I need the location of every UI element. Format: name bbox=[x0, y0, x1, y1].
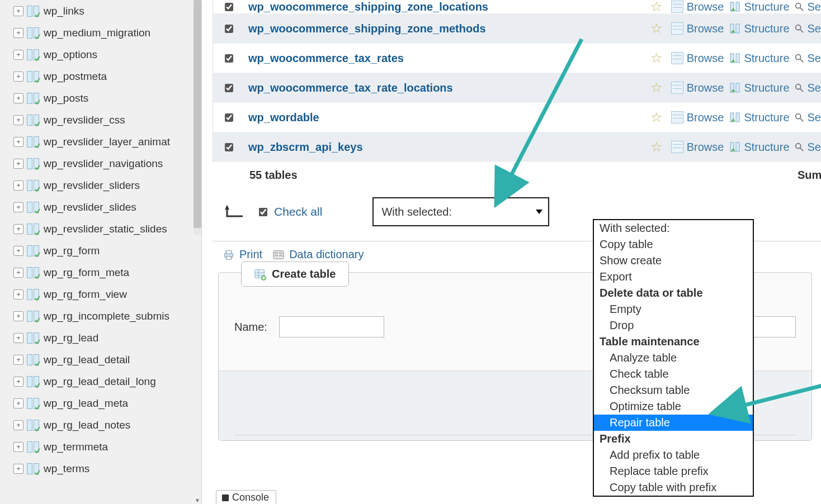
favorite-star-icon[interactable]: ☆ bbox=[648, 80, 666, 96]
tree-item[interactable]: +wp_rg_lead bbox=[13, 327, 201, 349]
search-action[interactable]: Se bbox=[794, 111, 821, 124]
expand-icon[interactable]: + bbox=[13, 420, 23, 430]
print-link[interactable]: Print bbox=[223, 248, 262, 261]
dropdown-option[interactable]: Export bbox=[594, 269, 753, 285]
favorite-star-icon[interactable]: ☆ bbox=[648, 21, 666, 36]
tree-item[interactable]: +wp_termmeta bbox=[13, 436, 201, 458]
favorite-star-icon[interactable]: ☆ bbox=[648, 139, 666, 155]
search-action[interactable]: Se bbox=[794, 52, 821, 65]
with-selected-dropdown[interactable]: With selected: bbox=[372, 197, 549, 226]
tree-item[interactable]: +wp_rg_form bbox=[13, 240, 201, 261]
browse-action[interactable]: Browse bbox=[671, 141, 724, 154]
expand-icon[interactable]: + bbox=[13, 311, 23, 321]
row-checkbox[interactable] bbox=[225, 25, 233, 33]
favorite-star-icon[interactable]: ☆ bbox=[648, 110, 666, 125]
favorite-star-icon[interactable]: ☆ bbox=[648, 50, 666, 66]
structure-action[interactable]: Structure bbox=[729, 1, 789, 13]
tree-item[interactable]: +wp_rg_lead_detail_long bbox=[13, 370, 201, 392]
tree-item[interactable]: +wp_rg_form_view bbox=[13, 283, 201, 305]
expand-icon[interactable]: + bbox=[13, 93, 23, 103]
table-name-link[interactable]: wp_woocommerce_shipping_zone_locations bbox=[248, 1, 488, 13]
structure-action[interactable]: Structure bbox=[729, 111, 789, 124]
expand-icon[interactable]: + bbox=[13, 28, 23, 38]
dropdown-option[interactable]: Show create bbox=[594, 253, 753, 269]
dropdown-option[interactable]: With selected: bbox=[594, 220, 753, 236]
row-checkbox[interactable] bbox=[225, 54, 233, 63]
tree-item[interactable]: +wp_revslider_static_slides bbox=[13, 218, 201, 240]
dropdown-option[interactable]: Copy table with prefix bbox=[594, 479, 753, 496]
browse-action[interactable]: Browse bbox=[671, 82, 724, 94]
expand-icon[interactable]: + bbox=[13, 246, 23, 256]
tree-item[interactable]: +wp_revslider_layer_animat bbox=[13, 131, 201, 153]
browse-action[interactable]: Browse bbox=[671, 22, 724, 35]
tree-item[interactable]: +wp_rg_form_meta bbox=[13, 261, 201, 283]
tree-item[interactable]: +wp_options bbox=[13, 44, 201, 65]
expand-icon[interactable]: + bbox=[13, 268, 23, 278]
dropdown-option[interactable]: Copy table bbox=[594, 236, 753, 253]
tree-item[interactable]: +wp_medium_migration bbox=[13, 22, 201, 44]
browse-action[interactable]: Browse bbox=[671, 111, 724, 124]
with-selected-dropdown-menu[interactable]: With selected:Copy tableShow createExpor… bbox=[593, 219, 754, 497]
expand-icon[interactable]: + bbox=[13, 333, 23, 343]
new-table-name-input[interactable] bbox=[279, 316, 384, 337]
table-name-link[interactable]: wp_woocommerce_shipping_zone_methods bbox=[248, 22, 486, 35]
table-name-link[interactable]: wp_woocommerce_tax_rate_locations bbox=[248, 82, 453, 94]
tree-item[interactable]: +wp_rg_lead_notes bbox=[13, 414, 201, 436]
row-checkbox[interactable] bbox=[225, 3, 233, 11]
expand-icon[interactable]: + bbox=[13, 398, 23, 408]
expand-icon[interactable]: + bbox=[13, 115, 23, 125]
table-name-link[interactable]: wp_zbscrm_api_keys bbox=[248, 141, 363, 154]
dropdown-option[interactable]: Repair table bbox=[594, 415, 753, 431]
dropdown-option[interactable]: Empty bbox=[594, 301, 753, 317]
expand-icon[interactable]: + bbox=[13, 289, 23, 299]
tree-item[interactable]: +wp_terms bbox=[13, 458, 201, 479]
browse-action[interactable]: Browse bbox=[671, 52, 724, 65]
tree-item[interactable]: +wp_revslider_css bbox=[13, 109, 201, 131]
expand-icon[interactable]: + bbox=[13, 224, 23, 234]
check-all[interactable]: Check all bbox=[257, 205, 322, 218]
expand-icon[interactable]: + bbox=[13, 377, 23, 387]
browse-action[interactable]: Browse bbox=[671, 1, 724, 13]
dropdown-option[interactable]: Optimize table bbox=[594, 398, 753, 415]
search-action[interactable]: Se bbox=[794, 141, 821, 154]
tree-item[interactable]: +wp_rg_incomplete_submis bbox=[13, 305, 201, 327]
dropdown-option[interactable]: Drop bbox=[594, 317, 753, 334]
row-checkbox[interactable] bbox=[225, 143, 233, 151]
expand-icon[interactable]: + bbox=[13, 202, 23, 212]
row-checkbox[interactable] bbox=[225, 113, 233, 122]
dropdown-option[interactable]: Check table bbox=[594, 366, 753, 382]
expand-icon[interactable]: + bbox=[13, 72, 23, 82]
console-tab[interactable]: Console bbox=[216, 490, 276, 504]
dropdown-option[interactable]: Replace table prefix bbox=[594, 463, 753, 479]
structure-action[interactable]: Structure bbox=[729, 22, 789, 35]
data-dictionary-link[interactable]: Data dictionary bbox=[272, 248, 364, 261]
tree-item[interactable]: +wp_revslider_slides bbox=[13, 196, 201, 218]
dropdown-option[interactable]: Checksum table bbox=[594, 382, 753, 398]
expand-icon[interactable]: + bbox=[13, 355, 23, 365]
expand-icon[interactable]: + bbox=[13, 6, 23, 16]
dropdown-option[interactable]: Analyze table bbox=[594, 350, 753, 366]
table-name-link[interactable]: wp_woocommerce_tax_rates bbox=[248, 52, 404, 65]
structure-action[interactable]: Structure bbox=[729, 52, 789, 65]
table-name-link[interactable]: wp_wordable bbox=[248, 111, 319, 124]
tree-item[interactable]: +wp_links bbox=[13, 0, 201, 22]
expand-icon[interactable]: + bbox=[13, 159, 23, 169]
search-action[interactable]: Se bbox=[794, 82, 821, 94]
check-all-checkbox[interactable] bbox=[259, 207, 268, 216]
tree-item[interactable]: +wp_rg_lead_meta bbox=[13, 392, 201, 414]
expand-icon[interactable]: + bbox=[13, 50, 23, 60]
search-action[interactable]: Se bbox=[794, 22, 821, 35]
scrollbar-down-arrow-icon[interactable]: ▼ bbox=[194, 496, 201, 504]
expand-icon[interactable]: + bbox=[13, 464, 23, 474]
search-action[interactable]: Se bbox=[794, 1, 821, 13]
tree-item[interactable]: +wp_rg_lead_detail bbox=[13, 349, 201, 370]
tree-item[interactable]: +wp_posts bbox=[13, 87, 201, 109]
expand-icon[interactable]: + bbox=[13, 137, 23, 147]
structure-action[interactable]: Structure bbox=[729, 141, 789, 154]
row-checkbox[interactable] bbox=[225, 84, 233, 92]
tree-item[interactable]: +wp_postmeta bbox=[13, 65, 201, 87]
favorite-star-icon[interactable]: ☆ bbox=[648, 0, 666, 15]
structure-action[interactable]: Structure bbox=[729, 82, 789, 94]
expand-icon[interactable]: + bbox=[13, 180, 23, 191]
create-table-button[interactable]: Create table bbox=[241, 261, 349, 287]
